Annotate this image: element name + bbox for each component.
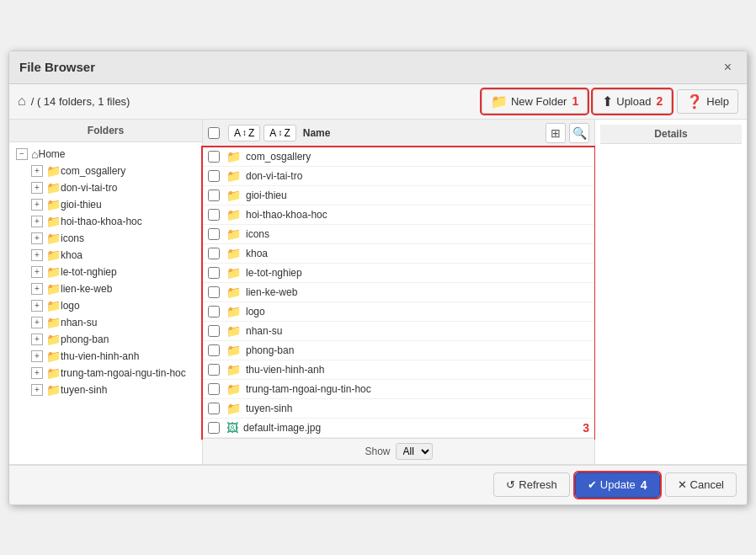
file-row[interactable]: 📁 thu-vien-hinh-anh [203,360,594,380]
tree-item-tuyen-sinh[interactable]: + 📁 tuyen-sinh [24,382,202,398]
file-checkbox[interactable] [208,325,220,337]
toggle-lien-ke-web[interactable]: + [31,283,43,295]
tree-item-hoi-thao-khoa-hoc[interactable]: + 📁 hoi-thao-khoa-hoc [24,213,202,230]
tree-children: + 📁 com_osgallery + 📁 don-vi-tai-tro + 📁… [9,163,202,398]
file-row[interactable]: 📁 tuyen-sinh [203,399,594,419]
folder-icon: 📁 [226,324,241,338]
select-all-checkbox[interactable] [208,127,220,139]
tree-toggle-home[interactable]: − [16,148,28,160]
tree-label-phong-ban: phong-ban [61,334,109,345]
tree-item-thu-vien-hinh-anh[interactable]: + 📁 thu-vien-hinh-anh [24,348,202,365]
file-row[interactable]: 📁 phong-ban [203,341,594,360]
file-checkbox[interactable] [208,189,220,201]
new-folder-button[interactable]: 📁 New Folder 1 [482,89,588,114]
toolbar-right: 📁 New Folder 1 ⬆ Upload 2 ❓ Help [482,89,738,114]
file-checkbox[interactable] [208,286,220,298]
file-row[interactable]: 📁 logo [203,302,594,322]
details-header: Details [600,125,742,144]
file-checkbox[interactable] [208,209,220,221]
file-name: phong-ban [246,344,294,356]
file-row[interactable]: 📁 com_osgallery [203,147,594,167]
search-icon: 🔍 [572,126,587,140]
file-checkbox[interactable] [208,383,220,395]
file-name: khoa [246,248,268,259]
sort-button-1[interactable]: A ↕ Z [228,125,260,141]
file-row[interactable]: 📁 trung-tam-ngoai-ngu-tin-hoc [203,380,594,399]
file-checkbox[interactable] [208,422,220,434]
folder-icon: 📁 [46,232,61,245]
file-row[interactable]: 📁 don-vi-tai-tro [203,167,594,186]
file-checkbox[interactable] [208,306,220,318]
tree-label-hoi-thao-khoa-hoc: hoi-thao-khoa-hoc [61,216,142,227]
tree-item-com_osgallery[interactable]: + 📁 com_osgallery [24,163,202,179]
file-row[interactable]: 📁 gioi-thieu [203,186,594,205]
toggle-logo[interactable]: + [31,300,43,312]
file-checkbox[interactable] [208,170,220,182]
file-checkbox[interactable] [208,403,220,414]
folder-icon: 📁 [226,208,241,221]
folder-icon: 📁 [46,198,61,211]
file-row[interactable]: 📁 nhan-su [203,322,594,341]
toggle-le-tot-nghiep[interactable]: + [31,266,43,278]
tree-item-nhan-su[interactable]: + 📁 nhan-su [24,314,202,331]
toggle-hoi-thao-khoa-hoc[interactable]: + [31,216,43,227]
tree-item-lien-ke-web[interactable]: + 📁 lien-ke-web [24,280,202,297]
folder-icon: 📁 [46,215,61,228]
toggle-trung-tam[interactable]: + [31,367,43,379]
home-icon: ⌂ [31,147,38,161]
file-row[interactable]: 📁 le-tot-nghiep [203,264,594,283]
tree-label-trung-tam: trung-tam-ngoai-ngu-tin-hoc [61,367,186,379]
tree-item-gioi-thieu[interactable]: + 📁 gioi-thieu [24,196,202,213]
file-checkbox[interactable] [208,344,220,356]
sort-button-2[interactable]: A ↕ Z [264,125,295,141]
file-name: hoi-thao-khoa-hoc [246,209,327,221]
show-label: Show [365,446,390,457]
tree-item-le-tot-nghiep[interactable]: + 📁 le-tot-nghiep [24,264,202,280]
file-row[interactable]: 📁 khoa [203,244,594,264]
tree-label-khoa: khoa [61,249,83,261]
upload-button[interactable]: ⬆ Upload 2 [593,89,672,114]
help-button[interactable]: ❓ Help [677,89,738,114]
file-checkbox[interactable] [208,228,220,240]
tree-label-lien-ke-web: lien-ke-web [61,283,112,295]
search-button[interactable]: 🔍 [569,123,589,143]
view-toggle-button[interactable]: ⊞ [546,123,566,143]
toggle-thu-vien-hinh-anh[interactable]: + [31,350,43,362]
toggle-gioi-thieu[interactable]: + [31,199,43,211]
toggle-don-vi-tai-tro[interactable]: + [31,182,43,194]
close-button[interactable]: × [719,58,737,77]
tree-item-khoa[interactable]: + 📁 khoa [24,247,202,264]
upload-icon: ⬆ [602,93,613,109]
update-button[interactable]: ✔ Update 4 [575,472,660,498]
sort-z: Z [248,127,254,139]
folder-icon: 📁 [226,344,241,357]
file-row[interactable]: 📁 icons [203,225,594,244]
refresh-button[interactable]: ↺ Refresh [493,472,570,497]
tree-item-trung-tam-ngoai-ngu-tin-hoc[interactable]: + 📁 trung-tam-ngoai-ngu-tin-hoc [24,365,202,382]
toggle-icons[interactable]: + [31,232,43,244]
tree-item-don-vi-tai-tro[interactable]: + 📁 don-vi-tai-tro [24,179,202,196]
folder-icon: 📁 [226,363,241,376]
file-checkbox[interactable] [208,151,220,163]
tree-item-home[interactable]: − ⌂ Home [9,146,202,163]
refresh-label: Refresh [519,478,557,491]
toggle-tuyen-sinh[interactable]: + [31,384,43,396]
file-name: le-tot-nghiep [246,267,302,279]
file-row[interactable]: 🖼 default-image.jpg 3 [203,419,594,438]
tree-item-icons[interactable]: + 📁 icons [24,230,202,247]
file-checkbox[interactable] [208,267,220,279]
file-list[interactable]: 📁 com_osgallery 📁 don-vi-tai-tro 📁 gioi-… [203,147,594,438]
show-select[interactable]: All 10 25 50 [396,443,433,460]
toggle-nhan-su[interactable]: + [31,317,43,328]
toggle-khoa[interactable]: + [31,249,43,261]
toggle-com_osgallery[interactable]: + [31,165,43,177]
file-checkbox[interactable] [208,248,220,259]
file-checkbox[interactable] [208,364,220,376]
cancel-button[interactable]: ✕ Cancel [665,472,737,497]
file-row[interactable]: 📁 lien-ke-web [203,283,594,302]
file-row[interactable]: 📁 hoi-thao-khoa-hoc [203,205,594,225]
tree-item-phong-ban[interactable]: + 📁 phong-ban [24,331,202,348]
sidebar: Folders − ⌂ Home + 📁 com_osgallery + [9,120,203,464]
tree-item-logo[interactable]: + 📁 logo [24,297,202,314]
toggle-phong-ban[interactable]: + [31,334,43,345]
